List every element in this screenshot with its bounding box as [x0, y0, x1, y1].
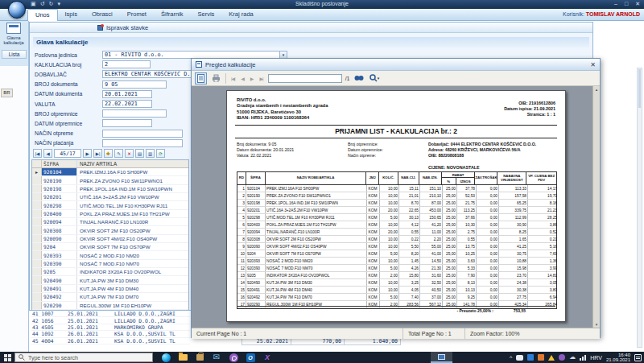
field-input[interactable]: ▾	[102, 139, 183, 147]
field-input[interactable]: ▾	[102, 109, 167, 118]
field-input[interactable]: 22.02.2021▾	[102, 100, 152, 108]
table-row[interactable]: 920490KUT.JA.PW 3M F10 DM30	[32, 276, 188, 284]
print-button[interactable]	[210, 72, 222, 85]
zoom-button[interactable]: ▾	[368, 72, 380, 85]
field-input[interactable]: 9 05▾	[102, 80, 167, 89]
background-grid-corner-header: BR	[1, 89, 13, 97]
menu-tab[interactable]: Kraj rada	[221, 9, 260, 21]
next-record-icon[interactable]: ▶	[83, 149, 92, 158]
delete-record-icon[interactable]: ✕	[125, 149, 134, 158]
table-row[interactable]: 920492KUT.JA.PW 7M F10 DM70	[32, 293, 188, 301]
onedrive-icon[interactable]: ☁	[569, 354, 576, 361]
scroll-down-icon: ▾	[593, 322, 600, 327]
qat-dropdown-icon[interactable]: ▾	[57, 1, 60, 7]
table-row[interactable]: 9204OKVIR SOFT 7M F10 OS70PW	[32, 243, 188, 251]
taskbar-search-input[interactable]: Type here to search	[14, 353, 153, 362]
menu-tab[interactable]: Šifrarnik	[154, 9, 191, 21]
paste-icon[interactable]: ▥	[146, 149, 155, 158]
minimize-icon[interactable]: –	[614, 1, 617, 7]
table-row[interactable]: 920104PREK.IZMJ.16A F10 SH00PW	[32, 168, 188, 176]
table-row[interactable]: 9205INDIKATOR 3X20A F10 OV20PWOL	[32, 268, 188, 276]
background-list-row[interactable]: 41 100725.01.2021LILLADO D.O.O.,ZAGRI	[31, 311, 190, 317]
main-vertical-scrollbar[interactable]	[637, 68, 642, 348]
preview-scrollbar[interactable]: ▴ ▾	[592, 86, 600, 328]
viber-icon[interactable]	[229, 353, 238, 362]
prev-record-icon[interactable]: ◀	[43, 149, 52, 158]
field-input[interactable]: 20.01.2021▾	[102, 90, 152, 98]
table-row[interactable]: 920308OKVIR SOFT 2M F10 OS20PW	[32, 226, 188, 234]
table-row[interactable]: 920298UTIČ.MOD.TEL.1M F10 KH30PW RJ11	[32, 201, 188, 209]
table-row[interactable]: 920393NOSAČ 2 MOD.F10 NM20	[32, 251, 188, 259]
table-row[interactable]: 920290REGUL.300W 1M F10 EH10PW	[32, 302, 188, 310]
visual-studio-icon[interactable]: X	[262, 353, 272, 362]
file-explorer-icon[interactable]	[178, 353, 188, 362]
last-page-icon[interactable]: ▶|	[258, 76, 264, 81]
redo-icon[interactable]: ↻	[49, 1, 54, 7]
notification-center-icon[interactable]	[634, 354, 642, 361]
table-row[interactable]: 920094TINJAL.NARANČ.F10 LN100R	[32, 218, 188, 226]
refresh-icon[interactable]: ⟳	[156, 149, 165, 158]
network-icon[interactable]	[580, 355, 586, 361]
field-input[interactable]: 2▾	[102, 60, 151, 68]
first-page-icon[interactable]: |◀	[229, 76, 236, 81]
background-list-row[interactable]: 44 109226.01.2021KSA D.O.O.,SUSVIL TL	[31, 331, 190, 337]
close-icon[interactable]: ✕	[635, 1, 640, 7]
table-row[interactable]: 920201UTIČ.16A 3+2AŠ.2M F10 VW10PW	[32, 193, 188, 201]
page-number-input[interactable]	[268, 74, 342, 83]
first-record-icon[interactable]: |◀	[33, 149, 42, 158]
menu-tab[interactable]: Promet	[120, 9, 154, 21]
viber-tray-icon[interactable]	[559, 354, 565, 361]
warning-icon[interactable]	[548, 355, 555, 361]
background-list-row[interactable]: 43 450525.01.2021MARKOMIRKO GRUPA	[31, 324, 190, 331]
col-header-naziv[interactable]: NAZIV ARTIKLA	[77, 160, 188, 167]
outlook-tray-icon[interactable]	[538, 354, 544, 361]
items-grid: ŠIFRA NAZIV ARTIKLA 920104PREK.IZMJ.16A …	[31, 159, 189, 310]
row-marker	[32, 210, 42, 217]
background-list-row[interactable]: 42 105625.01.2021LILLADO D.O.O.,ZAGRI	[31, 317, 190, 324]
close-icon[interactable]: ✕	[590, 61, 596, 68]
field-input[interactable]: ▾	[102, 119, 152, 127]
lista-tab[interactable]: Lista	[2, 50, 27, 59]
glavna-kalkulacija-button[interactable]: Glavna kalkulacija	[0, 21, 27, 45]
table-row[interactable]: 920198PREK.1POL.16A IND.1M F10 SW10PWN	[32, 185, 188, 193]
last-record-icon[interactable]: ▶|	[93, 149, 102, 158]
edit-record-icon[interactable]: ✎	[114, 149, 123, 158]
mail-icon[interactable]: ✉	[212, 353, 221, 362]
menu-tab[interactable]: Obrasci	[85, 9, 120, 21]
language-indicator[interactable]: HRV	[590, 355, 602, 361]
outlook-icon[interactable]: O	[246, 353, 255, 362]
tray-expand-icon[interactable]: ^	[510, 355, 512, 361]
background-list-row[interactable]: 45 400426.01.2021KSA D.O.O.,SUSVIL TL	[31, 338, 190, 344]
magnifier-icon	[369, 74, 378, 82]
doc-table-row: 4920201UTIČ.16A 3+2AŠ.2M F10 VW10PWKOM20…	[237, 207, 556, 214]
table-row[interactable]: 920491KUT.JA.PW 4M F10 DM40	[32, 285, 188, 293]
bluetooth-icon[interactable]	[527, 354, 534, 361]
maximize-icon[interactable]: □	[625, 1, 628, 7]
active-app-button[interactable]	[431, 352, 452, 363]
store-icon[interactable]	[195, 353, 204, 362]
copy-icon[interactable]: ▤	[135, 149, 144, 158]
start-button[interactable]	[0, 354, 14, 361]
app-menu-orb[interactable]	[8, 1, 26, 19]
page-layout-button[interactable]	[195, 72, 207, 85]
search-button[interactable]	[353, 72, 365, 85]
field-input[interactable]: ▾	[102, 130, 183, 138]
clock[interactable]: 16:40 21.09.2021	[606, 353, 630, 363]
undo-icon[interactable]: ↺	[40, 1, 45, 7]
menu-tab[interactable]: Ispis	[58, 9, 85, 21]
add-record-icon[interactable]: ✚	[104, 149, 113, 158]
next-page-icon[interactable]: ▶	[249, 76, 255, 81]
edge-icon[interactable]	[161, 353, 171, 362]
menu-tab[interactable]: Servis	[190, 9, 221, 21]
table-row[interactable]: 920390NOSAČ 7 MOD.F10 NM70	[32, 260, 188, 268]
zoom-dropdown-icon[interactable]: ▾	[378, 76, 380, 80]
chat-icon[interactable]	[516, 355, 523, 361]
table-row[interactable]: 920190PREK.ZA ZVONO F10 SW11PWNO1	[32, 176, 188, 184]
table-row[interactable]: 920400POKL.ZA PRAZ.MJES.1M F10 TH21PW	[32, 210, 188, 218]
prev-page-icon[interactable]: ◀	[239, 76, 246, 81]
save-icon[interactable]: ▣	[31, 1, 36, 7]
col-header-sifra[interactable]: ŠIFRA	[42, 160, 77, 167]
windows-logo-icon	[4, 354, 11, 361]
menu-tab[interactable]: Unos	[27, 9, 58, 21]
table-row[interactable]: 920090OKVIR SOFT 4M/02.F10 OS40PW	[32, 235, 188, 243]
